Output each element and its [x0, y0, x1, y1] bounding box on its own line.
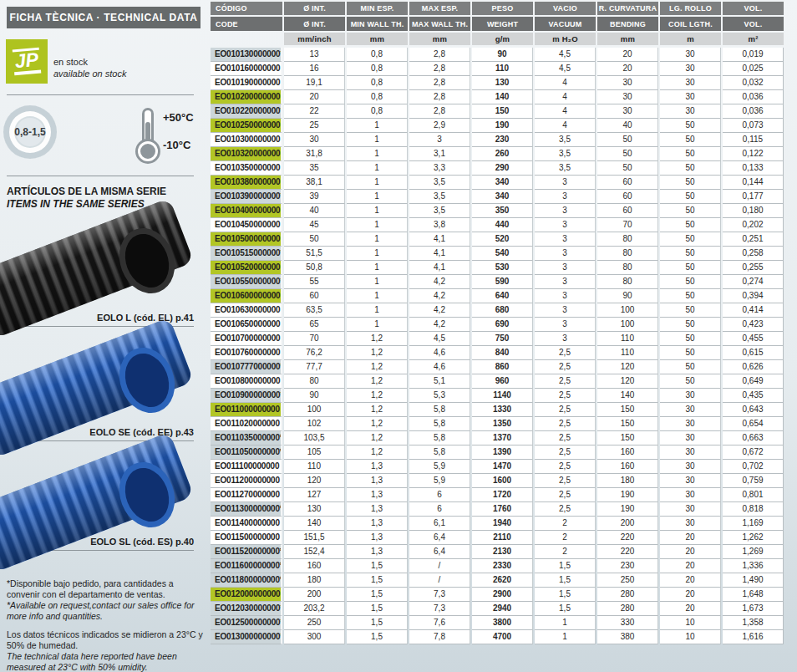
- value-cell: 3,5: [535, 161, 596, 176]
- table-row: EO010900000000*901,25,311402,5140300,435: [211, 389, 784, 403]
- spec-table: CÓDIGOØ INT.MIN ESP.MAX ESP.PESOVACIOR. …: [211, 2, 784, 644]
- value-cell: 30: [660, 90, 721, 104]
- value-cell: 1,5: [535, 573, 596, 588]
- value-cell: 30: [660, 389, 721, 403]
- value-cell: 640: [472, 289, 533, 303]
- value-cell: 50: [660, 261, 721, 275]
- value-cell: 440: [472, 218, 533, 232]
- table-row: EO0103500000003513,32903,550500,133: [211, 161, 784, 176]
- value-cell: 540: [472, 247, 533, 261]
- value-cell: 90: [284, 389, 345, 403]
- code-cell: EO010390000000*: [211, 190, 282, 204]
- code-cell: EO013000000000*: [211, 630, 282, 644]
- value-cell: 1940: [472, 517, 533, 531]
- value-cell: 1,2: [347, 403, 408, 417]
- value-cell: 20: [660, 531, 721, 545]
- table-row: EO0106500000006514,26903100500,423: [211, 318, 784, 332]
- header-cell: PESO: [472, 2, 533, 15]
- value-cell: 90: [597, 289, 658, 303]
- value-cell: 2110: [472, 531, 533, 545]
- code-cell: EO010520000000: [211, 261, 282, 275]
- value-cell: 4,2: [409, 289, 470, 303]
- value-cell: 1,5: [535, 559, 596, 573]
- value-cell: 51,5: [284, 247, 345, 261]
- value-cell: 300: [284, 630, 345, 644]
- table-row: EO0102500000002512,9190440500,073: [211, 119, 784, 133]
- value-cell: 1: [347, 147, 408, 161]
- value-cell: 39: [284, 190, 345, 204]
- value-cell: 130: [472, 76, 533, 90]
- code-cell: EO010200000000: [211, 90, 282, 104]
- spec-table-units-row: mm/inchmmmmg/mm H₂Ommmm²: [211, 33, 784, 45]
- value-cell: 30: [660, 474, 721, 488]
- value-cell: 50: [284, 232, 345, 247]
- value-cell: 4: [535, 104, 596, 119]
- value-cell: 140: [597, 389, 658, 403]
- units-cell: mm: [347, 33, 408, 45]
- value-cell: 35: [284, 161, 345, 176]
- temp-max-label: +50°C: [163, 111, 194, 124]
- value-cell: 1,336: [723, 559, 784, 573]
- value-cell: 2,5: [535, 488, 596, 502]
- value-cell: 280: [597, 588, 658, 602]
- value-cell: 1: [347, 204, 408, 218]
- code-cell: EO011300000000*: [211, 502, 282, 517]
- value-cell: 127: [284, 488, 345, 502]
- header-cell: Ø INT.: [284, 17, 345, 31]
- value-cell: 2,5: [535, 502, 596, 517]
- value-cell: 30: [660, 104, 721, 119]
- value-cell: 50: [660, 318, 721, 332]
- value-cell: 4,5: [535, 48, 596, 62]
- value-cell: 1,3: [347, 488, 408, 502]
- value-cell: 0,643: [723, 403, 784, 417]
- value-cell: 0,274: [723, 275, 784, 289]
- value-cell: 30: [660, 431, 721, 445]
- value-cell: 1,5: [347, 616, 408, 630]
- value-cell: 6,4: [409, 545, 470, 559]
- value-cell: 2,8: [409, 62, 470, 76]
- value-cell: 76,2: [284, 346, 345, 360]
- value-cell: 7,8: [409, 630, 470, 644]
- value-cell: 30: [597, 90, 658, 104]
- value-cell: 0,435: [723, 389, 784, 403]
- value-cell: 2: [535, 531, 596, 545]
- header-cell: VOL.: [723, 17, 784, 31]
- value-cell: 1,5: [347, 573, 408, 588]
- value-cell: 4: [535, 90, 596, 104]
- table-row: EO0120000000002001,57,329001,5280201,648: [211, 588, 784, 602]
- value-cell: 2,5: [535, 431, 596, 445]
- value-cell: 50: [660, 346, 721, 360]
- value-cell: 1370: [472, 431, 533, 445]
- value-cell: 1,616: [723, 630, 784, 644]
- table-row: EO01030000000030132303,550500,115: [211, 133, 784, 147]
- value-cell: 0,073: [723, 119, 784, 133]
- value-cell: 4,6: [409, 360, 470, 374]
- table-row: EO010700000000701,24,57503110500,455: [211, 332, 784, 346]
- value-cell: 1: [347, 176, 408, 190]
- value-cell: 1: [347, 261, 408, 275]
- value-cell: 4700: [472, 630, 533, 644]
- value-cell: 0,025: [723, 62, 784, 76]
- value-cell: 3: [535, 218, 596, 232]
- value-cell: 45: [284, 218, 345, 232]
- value-cell: 1600: [472, 474, 533, 488]
- table-row: EO010777000000*77,71,24,68602,5120500,62…: [211, 360, 784, 374]
- value-cell: 30: [660, 488, 721, 502]
- value-cell: 1,169: [723, 517, 784, 531]
- value-cell: /: [409, 559, 470, 573]
- value-cell: 3: [535, 289, 596, 303]
- value-cell: 30: [660, 502, 721, 517]
- value-cell: 1: [347, 218, 408, 232]
- value-cell: 1: [347, 190, 408, 204]
- value-cell: 0,615: [723, 346, 784, 360]
- code-cell: EO011800000000*: [211, 573, 282, 588]
- footnote-en-2: The technical data here reported have be…: [7, 651, 206, 672]
- value-cell: 1350: [472, 417, 533, 431]
- value-cell: 1,5: [347, 559, 408, 573]
- temp-min-label: -10°C: [163, 139, 190, 151]
- value-cell: 4,2: [409, 318, 470, 332]
- units-cell: m H₂O: [535, 33, 596, 45]
- value-cell: 80: [597, 261, 658, 275]
- code-cell: EO010650000000: [211, 318, 282, 332]
- value-cell: 151,5: [284, 531, 345, 545]
